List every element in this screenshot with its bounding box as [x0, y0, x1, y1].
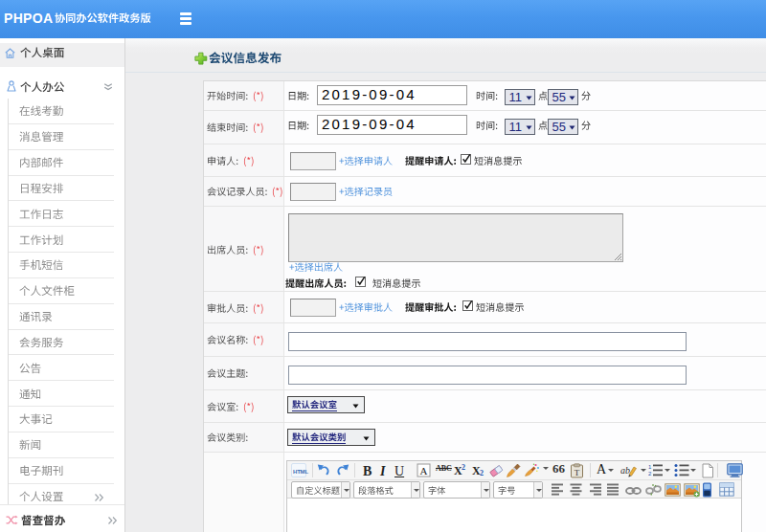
svg-text:A: A — [420, 465, 428, 477]
svg-text:ab: ab — [620, 465, 630, 476]
svg-text:2: 2 — [648, 471, 652, 477]
svg-text:1: 1 — [648, 464, 652, 470]
svg-text:T: T — [574, 468, 580, 477]
